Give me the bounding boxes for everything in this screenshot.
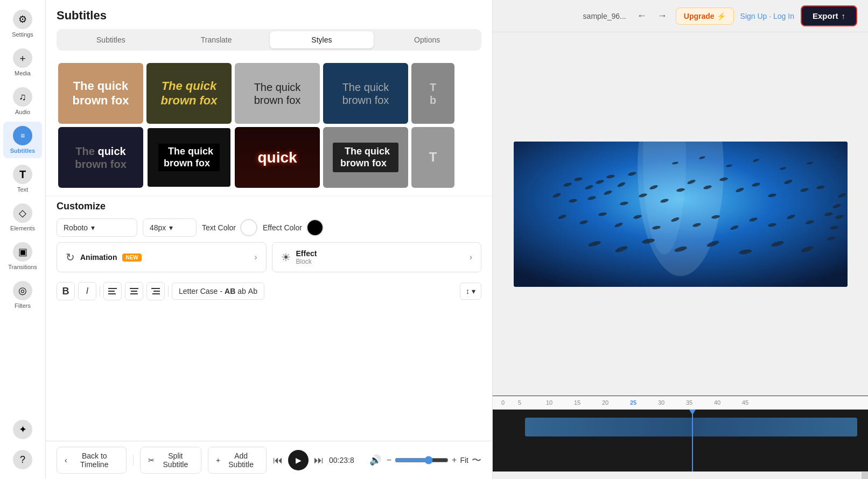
redo-button[interactable]: → bbox=[655, 8, 669, 24]
bottom-bar: ‹ Back to Timeline ✂ Split Subtitle + Ad… bbox=[46, 441, 492, 479]
zoom-plus-icon: + bbox=[452, 455, 457, 465]
sidebar-item-help[interactable]: ? bbox=[3, 446, 42, 474]
vertical-scrollbar[interactable] bbox=[862, 472, 868, 479]
card-text-3: The quickbrown fox bbox=[250, 79, 305, 109]
style-card-4[interactable]: The quickbrown fox bbox=[323, 63, 408, 124]
sidebar-label-settings: Settings bbox=[12, 31, 33, 38]
align-left-button[interactable] bbox=[103, 282, 122, 300]
card-text-1: The quickbrown fox bbox=[68, 77, 133, 110]
card-7-inner: The quickbrown fox bbox=[158, 144, 220, 171]
style-card-3[interactable]: The quickbrown fox bbox=[235, 63, 320, 124]
timeline-track-area[interactable] bbox=[493, 410, 868, 471]
size-chevron-icon: ▾ bbox=[169, 223, 173, 232]
sidebar-item-media[interactable]: ＋ Media bbox=[3, 44, 42, 81]
back-chevron-icon: ‹ bbox=[65, 456, 67, 464]
playhead-line bbox=[692, 410, 693, 471]
effect-color-control: Effect Color bbox=[263, 219, 324, 236]
line-spacing-arrow-icon: ▾ bbox=[472, 287, 475, 295]
align-left-icon bbox=[108, 287, 117, 295]
export-label: Export bbox=[813, 11, 838, 20]
font-chevron-icon: ▾ bbox=[91, 223, 95, 232]
track-fill bbox=[525, 418, 857, 436]
tab-translate[interactable]: Translate bbox=[164, 31, 269, 48]
text-color-swatch[interactable] bbox=[240, 219, 257, 236]
sidebar-item-elements[interactable]: ◇ Elements bbox=[3, 199, 42, 236]
animation-label: Animation bbox=[80, 253, 117, 262]
style-card-7[interactable]: The quickbrown fox bbox=[146, 127, 232, 188]
zoom-slider[interactable] bbox=[395, 456, 449, 464]
back-to-timeline-button[interactable]: ‹ Back to Timeline bbox=[57, 447, 127, 474]
tab-options[interactable]: Options bbox=[375, 31, 479, 48]
tab-subtitles[interactable]: Subtitles bbox=[59, 31, 163, 48]
card-text-2: The quickbrown fox bbox=[156, 77, 221, 110]
sidebar-item-subtitles[interactable]: ≡ Subtitles bbox=[3, 122, 42, 158]
video-background bbox=[514, 142, 848, 287]
undo-button[interactable]: ← bbox=[635, 8, 649, 24]
rewind-button[interactable]: ⏮ bbox=[273, 455, 283, 466]
animation-card[interactable]: ↻ Animation NEW › bbox=[57, 242, 267, 272]
sidebar-item-magic[interactable]: ✦ bbox=[3, 415, 42, 443]
letter-case-ab-lower: ab bbox=[237, 287, 246, 295]
font-selector[interactable]: Roboto ▾ bbox=[57, 219, 137, 237]
underwater-scene bbox=[514, 142, 848, 287]
bottom-divider-1 bbox=[133, 455, 134, 466]
style-card-8[interactable]: quick bbox=[235, 127, 320, 188]
sidebar-item-transitions[interactable]: ▣ Transitions bbox=[3, 238, 42, 274]
line-spacing-button[interactable]: ↕ ▾ bbox=[460, 283, 481, 300]
sidebar-label-subtitles: Subtitles bbox=[10, 147, 35, 154]
ruler-0: 0 bbox=[501, 399, 515, 406]
align-right-button[interactable] bbox=[146, 282, 165, 300]
animation-icon: ↻ bbox=[66, 251, 75, 264]
size-selector[interactable]: 48px ▾ bbox=[143, 219, 197, 237]
back-to-timeline-label: Back to Timeline bbox=[71, 452, 118, 469]
style-card-5[interactable]: Tb bbox=[411, 63, 454, 124]
volume-button[interactable]: 🔊 bbox=[367, 452, 383, 468]
page-title: Subtitles bbox=[57, 9, 481, 23]
style-card-6[interactable]: The quickbrown fox bbox=[58, 127, 143, 188]
italic-button[interactable]: I bbox=[78, 282, 96, 300]
timeline-scrollbar[interactable] bbox=[493, 471, 868, 479]
card-text-4: The quickbrown fox bbox=[338, 79, 394, 109]
sidebar-item-filters[interactable]: ◎ Filters bbox=[3, 277, 42, 313]
format-divider-2 bbox=[168, 286, 169, 297]
subtitle-track[interactable] bbox=[525, 418, 857, 436]
playhead bbox=[692, 410, 693, 471]
play-button[interactable]: ▶ bbox=[288, 450, 309, 470]
login-link[interactable]: Log In bbox=[773, 12, 794, 20]
style-card-1[interactable]: The quickbrown fox bbox=[58, 63, 143, 124]
split-subtitle-button[interactable]: ✂ Split Subtitle bbox=[140, 447, 201, 474]
effect-color-swatch[interactable] bbox=[306, 219, 324, 236]
ruler-20: 20 bbox=[602, 399, 627, 406]
sidebar-item-audio[interactable]: ♫ Audio bbox=[3, 83, 42, 119]
align-center-button[interactable] bbox=[125, 282, 143, 300]
upgrade-button[interactable]: Upgrade ⚡ bbox=[676, 8, 734, 25]
style-card-9[interactable]: The quickbrown fox bbox=[323, 127, 408, 188]
sidebar-item-settings[interactable]: ⚙ Settings bbox=[3, 5, 42, 42]
time-display: 00:23:8 bbox=[329, 456, 354, 464]
export-button[interactable]: Export ↑ bbox=[801, 5, 857, 26]
subtitles-icon: ≡ bbox=[13, 126, 32, 145]
card-text-8: quick bbox=[253, 146, 301, 169]
bold-button[interactable]: B bbox=[57, 282, 75, 300]
add-subtitle-button[interactable]: + Add Subtitle bbox=[208, 447, 267, 474]
style-card-10[interactable]: T bbox=[411, 127, 454, 188]
sign-up-link[interactable]: Sign Up bbox=[740, 12, 767, 20]
waveform-button[interactable]: 〜 bbox=[472, 454, 481, 467]
style-card-2[interactable]: The quickbrown fox bbox=[146, 63, 232, 124]
file-name: sample_96... bbox=[583, 12, 626, 20]
zoom-minus-icon: − bbox=[387, 455, 391, 465]
effect-label: Effect bbox=[296, 249, 317, 258]
forward-button[interactable]: ⏭ bbox=[314, 455, 324, 466]
effect-card[interactable]: ☀ Effect Block › bbox=[272, 242, 482, 272]
sidebar-item-text[interactable]: T Text bbox=[3, 160, 42, 197]
fit-button[interactable]: Fit bbox=[460, 456, 468, 464]
card-text-9: The quickbrown fox bbox=[340, 144, 391, 171]
timeline-section: 0 5 10 15 20 25 30 35 40 45 bbox=[493, 396, 868, 479]
letter-case-button[interactable]: Letter Case - AB ab Ab bbox=[172, 283, 264, 300]
audio-icon: ♫ bbox=[13, 87, 32, 107]
tab-styles[interactable]: Styles bbox=[270, 31, 374, 48]
letter-case-label: Letter Case bbox=[179, 287, 218, 295]
line-spacing-icon: ↕ bbox=[466, 287, 470, 295]
card-text-7: The quickbrown fox bbox=[164, 144, 214, 171]
transitions-icon: ▣ bbox=[13, 242, 32, 262]
